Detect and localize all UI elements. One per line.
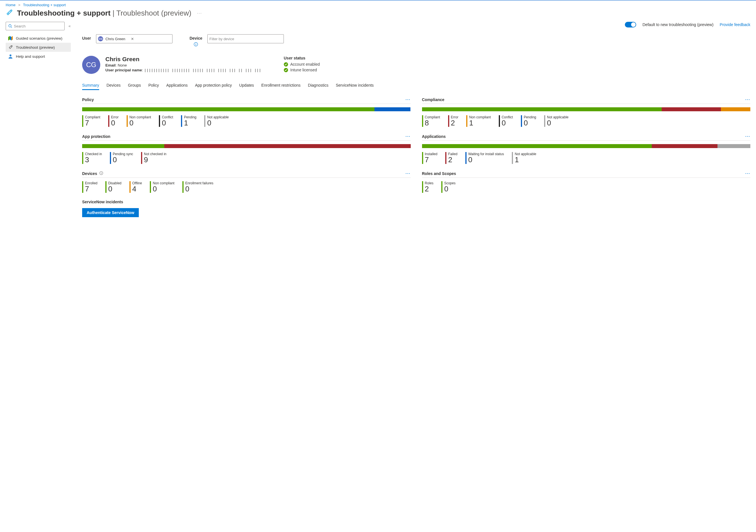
stat-installed[interactable]: Installed7 xyxy=(422,152,438,164)
stat-tick xyxy=(181,115,182,127)
breadcrumb-sep: > xyxy=(18,3,20,7)
stat-not-applicable[interactable]: Not applicable0 xyxy=(204,115,229,127)
stat-conflict[interactable]: Conflict0 xyxy=(159,115,173,127)
stat-pending-sync[interactable]: Pending sync0 xyxy=(110,152,133,164)
sidebar-item-help[interactable]: Help and support xyxy=(6,52,71,61)
card-stats: Roles2Scopes0 xyxy=(422,181,751,193)
user-filter-label: User xyxy=(82,34,91,40)
tab-applications[interactable]: Applications xyxy=(166,81,188,90)
stat-compliant[interactable]: Compliant7 xyxy=(82,115,100,127)
sidebar-item-troubleshoot[interactable]: Troubleshoot (preview) xyxy=(6,43,71,52)
stat-error[interactable]: Error0 xyxy=(108,115,119,127)
stat-enrollment-failures[interactable]: Enrollment failures0 xyxy=(182,181,213,193)
user-email: Email: None xyxy=(105,63,261,67)
device-info-icon[interactable] xyxy=(194,42,198,47)
stat-value: 0 xyxy=(111,119,119,127)
authenticate-servicenow-button[interactable]: Authenticate ServiceNow xyxy=(82,208,139,217)
card-title: Devices xyxy=(82,171,103,176)
title-more-icon[interactable]: ··· xyxy=(197,11,202,15)
stat-value: 0 xyxy=(108,185,122,193)
card-policy: Policy···Compliant7Error0Non compliant0C… xyxy=(82,97,411,127)
clear-user-icon[interactable]: ✕ xyxy=(131,37,134,41)
card-title: Compliance xyxy=(422,97,445,102)
tab-servicenow-incidents[interactable]: ServiceNow incidents xyxy=(336,81,374,90)
stat-tick xyxy=(422,181,423,193)
stat-failed[interactable]: Failed2 xyxy=(445,152,457,164)
stat-tick xyxy=(82,152,83,164)
stat-value: 7 xyxy=(85,185,97,193)
stat-error[interactable]: Error2 xyxy=(448,115,459,127)
stat-tick xyxy=(150,181,151,193)
tab-enrollment-restrictions[interactable]: Enrollment restrictions xyxy=(261,81,301,90)
tab-devices[interactable]: Devices xyxy=(106,81,121,90)
stat-tick xyxy=(82,181,83,193)
sidebar-item-guided-scenarios[interactable]: Guided scenarios (preview) xyxy=(6,34,71,43)
tab-updates[interactable]: Updates xyxy=(239,81,254,90)
stat-value: 0 xyxy=(547,119,569,127)
stat-offline[interactable]: Offline4 xyxy=(129,181,142,193)
stat-non-compliant[interactable]: Non compliant1 xyxy=(466,115,491,127)
stat-disabled[interactable]: Disabled0 xyxy=(105,181,122,193)
stat-non-compliant[interactable]: Non compliant0 xyxy=(150,181,175,193)
stat-value: 0 xyxy=(207,119,229,127)
tab-policy[interactable]: Policy xyxy=(148,81,159,90)
tab-summary[interactable]: Summary xyxy=(82,81,99,90)
stat-scopes[interactable]: Scopes0 xyxy=(441,181,455,193)
user-upn: User principal name: ||||||||||| |||||||… xyxy=(105,68,261,72)
card-info-icon[interactable] xyxy=(99,171,103,176)
stat-tick xyxy=(441,181,443,193)
stat-pending[interactable]: Pending1 xyxy=(181,115,196,127)
wrench-icon xyxy=(8,45,13,50)
stat-value: 4 xyxy=(132,185,142,193)
breadcrumb-section[interactable]: Troubleshooting + support xyxy=(23,3,66,7)
stat-value: 9 xyxy=(144,156,166,164)
page-title: Troubleshooting + support xyxy=(17,9,110,17)
stat-value: 7 xyxy=(425,156,438,164)
stat-tick xyxy=(512,152,513,164)
stat-pending[interactable]: Pending0 xyxy=(521,115,536,127)
main-content: Default to new troubleshooting (preview)… xyxy=(71,22,750,217)
stat-tick xyxy=(422,152,423,164)
stat-not-checked-in[interactable]: Not checked in9 xyxy=(141,152,166,164)
breadcrumb-home[interactable]: Home xyxy=(6,3,15,7)
card-more-icon[interactable]: ··· xyxy=(745,97,750,102)
stat-not-applicable[interactable]: Not applicable1 xyxy=(512,152,536,164)
tab-groups[interactable]: Groups xyxy=(128,81,141,90)
stat-label: Waiting for install status xyxy=(468,152,504,156)
bar-segment xyxy=(82,144,164,148)
card-more-icon[interactable]: ··· xyxy=(406,134,411,139)
card-more-icon[interactable]: ··· xyxy=(406,171,411,176)
sidebar-search-placeholder: Search xyxy=(14,24,25,28)
tab-app-protection-policy[interactable]: App protection policy xyxy=(195,81,232,90)
card-more-icon[interactable]: ··· xyxy=(745,134,750,139)
status-intune-licensed: Intune licensed xyxy=(284,68,320,72)
stat-tick xyxy=(127,115,128,127)
sidebar-item-label: Help and support xyxy=(16,54,45,59)
user-filter-input[interactable]: CG Chris Green ✕ xyxy=(96,34,173,43)
default-toggle[interactable] xyxy=(625,22,636,27)
card-roles-and-scopes: Roles and Scopes···Roles2Scopes0 xyxy=(422,171,751,193)
card-stats: Compliant8Error2Non compliant1Conflict0P… xyxy=(422,115,751,127)
stat-compliant[interactable]: Compliant8 xyxy=(422,115,440,127)
bar-segment xyxy=(422,107,662,111)
device-filter-input[interactable]: Filter by device xyxy=(207,34,284,43)
stat-not-applicable[interactable]: Not applicable0 xyxy=(544,115,569,127)
stat-enrolled[interactable]: Enrolled7 xyxy=(82,181,97,193)
bar-segment xyxy=(721,107,750,111)
stat-checked-in[interactable]: Checked in3 xyxy=(82,152,102,164)
sidebar-collapse-icon[interactable]: « xyxy=(68,24,71,28)
stat-value: 0 xyxy=(524,119,536,127)
card-more-icon[interactable]: ··· xyxy=(406,97,411,102)
stat-value: 1 xyxy=(469,119,491,127)
stat-waiting-for-install-status[interactable]: Waiting for install status0 xyxy=(465,152,504,164)
stat-conflict[interactable]: Conflict0 xyxy=(499,115,513,127)
stat-value: 0 xyxy=(468,156,504,164)
stat-value: 0 xyxy=(185,185,213,193)
provide-feedback-link[interactable]: Provide feedback xyxy=(720,22,750,27)
card-more-icon[interactable]: ··· xyxy=(745,171,750,176)
stat-value: 0 xyxy=(501,119,513,127)
tab-diagnostics[interactable]: Diagnostics xyxy=(308,81,328,90)
stat-non-compliant[interactable]: Non compliant0 xyxy=(127,115,151,127)
sidebar-search[interactable]: Search xyxy=(6,22,65,30)
stat-roles[interactable]: Roles2 xyxy=(422,181,434,193)
